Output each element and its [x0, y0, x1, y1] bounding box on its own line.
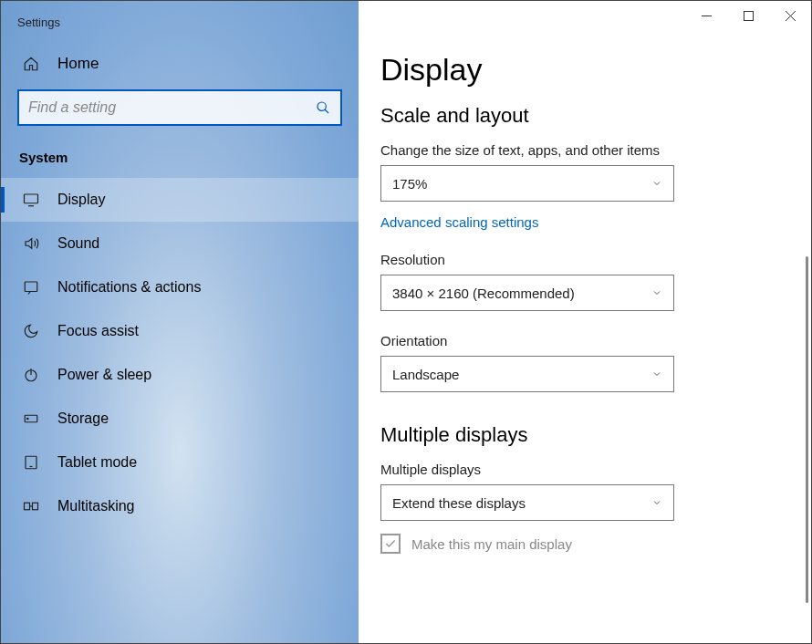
sidebar-item-label: Power & sleep [57, 367, 151, 383]
orientation-select[interactable]: Landscape [380, 356, 674, 392]
section-multi-heading: Multiple displays [380, 423, 778, 447]
svg-rect-11 [25, 503, 30, 510]
chevron-down-icon [651, 369, 662, 379]
text-size-label: Change the size of text, apps, and other… [380, 142, 778, 158]
window-title: Settings [1, 8, 359, 46]
resolution-select[interactable]: 3840 × 2160 (Recommended) [380, 275, 674, 311]
chevron-down-icon [651, 497, 662, 508]
search-input-wrap[interactable] [17, 89, 342, 126]
sidebar-item-label: Focus assist [57, 323, 139, 339]
content-pane: Display Scale and layout Change the size… [359, 1, 811, 643]
svg-rect-4 [25, 282, 37, 292]
svg-point-8 [27, 418, 29, 420]
sidebar-search [17, 89, 342, 126]
text-size-select[interactable]: 175% [380, 165, 674, 202]
sidebar-item-label: Tablet mode [57, 454, 137, 471]
sidebar-item-power[interactable]: Power & sleep [1, 353, 359, 397]
main-display-label: Make this my main display [411, 536, 572, 552]
power-icon [23, 367, 39, 383]
search-icon [315, 99, 331, 116]
sidebar-item-storage[interactable]: Storage [1, 397, 359, 441]
resolution-value: 3840 × 2160 (Recommended) [392, 286, 575, 301]
svg-point-0 [318, 102, 326, 110]
chevron-down-icon [651, 178, 662, 189]
advanced-scaling-link[interactable]: Advanced scaling settings [380, 214, 778, 230]
multi-mode-label: Multiple displays [380, 462, 778, 477]
moon-icon [23, 323, 39, 339]
multitasking-icon [23, 498, 39, 514]
resolution-label: Resolution [380, 252, 778, 267]
notifications-icon [23, 279, 39, 296]
minimize-button[interactable] [685, 2, 727, 29]
sound-icon [23, 235, 39, 252]
scrollbar[interactable] [806, 256, 808, 603]
sidebar-item-label: Multitasking [57, 498, 134, 514]
sidebar-item-tablet-mode[interactable]: Tablet mode [1, 441, 359, 484]
chevron-down-icon [651, 287, 662, 298]
sidebar-item-label: Storage [57, 410, 109, 427]
page: Display Scale and layout Change the size… [359, 30, 811, 643]
multi-mode-select[interactable]: Extend these displays [380, 484, 674, 521]
tablet-icon [23, 454, 39, 471]
sidebar: Settings Home System [1, 1, 359, 643]
sidebar-item-sound[interactable]: Sound [1, 222, 359, 265]
sidebar-item-notifications[interactable]: Notifications & actions [1, 265, 359, 309]
close-button[interactable] [769, 2, 811, 29]
svg-rect-2 [25, 194, 38, 203]
maximize-button[interactable] [727, 2, 769, 29]
sidebar-item-display[interactable]: Display [1, 178, 359, 222]
storage-icon [23, 410, 39, 427]
text-size-value: 175% [392, 176, 427, 192]
main-display-checkbox: Make this my main display [380, 534, 778, 554]
sidebar-home[interactable]: Home [1, 46, 359, 89]
page-title: Display [380, 52, 778, 88]
checkbox-icon [380, 534, 401, 554]
sidebar-section-label: System [1, 142, 359, 178]
window-controls [359, 1, 811, 30]
sidebar-item-label: Sound [57, 235, 99, 252]
search-input[interactable] [28, 99, 315, 116]
sidebar-item-focus-assist[interactable]: Focus assist [1, 309, 359, 353]
svg-line-1 [325, 109, 328, 113]
sidebar-home-label: Home [57, 55, 99, 73]
display-icon [23, 192, 39, 208]
svg-rect-15 [744, 11, 753, 20]
sidebar-nav: Display Sound Notifications & actions Fo… [1, 178, 359, 528]
multi-mode-value: Extend these displays [392, 495, 526, 511]
home-icon [23, 56, 39, 72]
svg-rect-12 [33, 503, 38, 510]
orientation-value: Landscape [392, 367, 459, 382]
settings-app: Settings Home System [1, 1, 811, 643]
orientation-label: Orientation [380, 333, 778, 348]
section-scale-heading: Scale and layout [380, 104, 778, 128]
sidebar-item-label: Notifications & actions [57, 279, 201, 296]
sidebar-item-label: Display [57, 192, 105, 208]
sidebar-item-multitasking[interactable]: Multitasking [1, 484, 359, 528]
